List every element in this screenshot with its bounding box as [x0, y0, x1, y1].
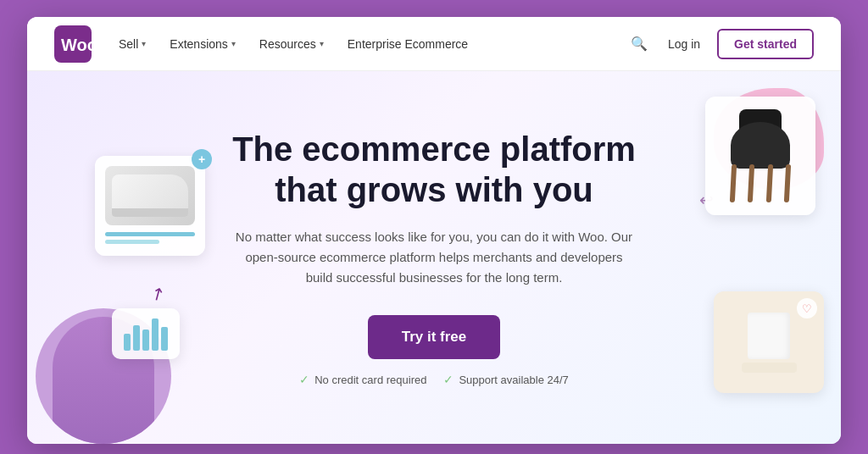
navigation: Woo Sell ▾ Extensions ▾ Resources ▾ Ente…: [27, 17, 841, 71]
heart-icon: ♡: [797, 298, 817, 318]
nav-sell[interactable]: Sell ▾: [119, 37, 146, 51]
chair-leg-1: [730, 164, 737, 202]
chair-leg-2: [748, 164, 754, 202]
logo[interactable]: Woo: [54, 25, 92, 63]
card-line-2: [105, 240, 159, 244]
plus-badge: +: [192, 149, 212, 169]
candle-plate: [742, 363, 797, 373]
trust-badge-support: ✓ Support available 24/7: [443, 373, 568, 386]
browser-window: Woo Sell ▾ Extensions ▾ Resources ▾ Ente…: [27, 17, 841, 444]
chair-legs: [731, 164, 790, 202]
nav-right: 🔍 Log in Get started: [627, 29, 814, 59]
deco-left: + ↗: [27, 122, 214, 444]
trust-badge-cc: ✓ No credit card required: [299, 373, 426, 386]
sneaker-illustration: [112, 174, 188, 217]
bar-3: [142, 329, 149, 351]
check-icon: ✓: [299, 373, 309, 386]
chart-card: [112, 308, 180, 359]
bar-1: [124, 334, 131, 351]
hero-subtitle: No matter what success looks like for yo…: [231, 227, 637, 288]
chair-card: [705, 97, 815, 215]
login-button[interactable]: Log in: [668, 37, 700, 51]
try-free-button[interactable]: Try it free: [368, 315, 501, 359]
hero-section: + ↗: [27, 71, 841, 444]
hero-center: The ecommerce platform that grows with y…: [231, 129, 637, 386]
chair-illustration: [726, 109, 794, 202]
nav-resources[interactable]: Resources ▾: [259, 37, 324, 51]
bar-5: [161, 327, 168, 351]
candle-card: ♡: [714, 291, 824, 393]
bar-4: [152, 318, 159, 351]
trust-badges: ✓ No credit card required ✓ Support avai…: [231, 373, 637, 386]
hero-title: The ecommerce platform that grows with y…: [231, 129, 637, 210]
chair-seat: [731, 122, 790, 169]
chair-leg-4: [784, 164, 791, 202]
chevron-down-icon: ▾: [231, 39, 236, 48]
search-button[interactable]: 🔍: [627, 32, 651, 55]
check-icon: ✓: [443, 373, 453, 386]
arrow-up-icon: ↗: [146, 281, 169, 306]
card-lines: [105, 230, 195, 246]
deco-right: ↩ ♡: [671, 71, 841, 444]
get-started-button[interactable]: Get started: [717, 29, 814, 59]
svg-text:Woo: Woo: [61, 36, 92, 54]
bar-2: [133, 325, 140, 351]
product-card: +: [95, 156, 205, 256]
product-image: [105, 166, 195, 225]
nav-links: Sell ▾ Extensions ▾ Resources ▾ Enterpri…: [119, 37, 600, 51]
chevron-down-icon: ▾: [320, 39, 324, 48]
nav-enterprise[interactable]: Enterprise Ecommerce: [348, 37, 468, 51]
candle-body: [748, 313, 790, 359]
chevron-down-icon: ▾: [142, 39, 146, 48]
card-line-1: [105, 232, 195, 236]
chair-leg-3: [765, 164, 772, 202]
candle-illustration: [742, 313, 797, 373]
nav-extensions[interactable]: Extensions ▾: [170, 37, 235, 51]
